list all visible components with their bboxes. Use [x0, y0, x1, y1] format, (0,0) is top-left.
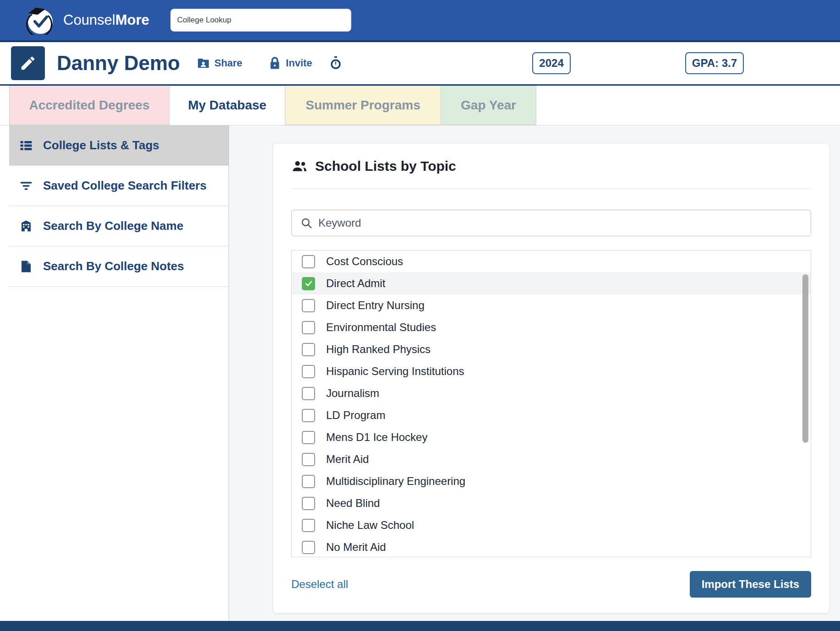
- topic-checkbox[interactable]: [302, 453, 315, 466]
- list-item[interactable]: Need Blind: [292, 492, 811, 514]
- sidebar-item-label: Search By College Notes: [43, 259, 184, 273]
- import-these-lists-button[interactable]: Import These Lists: [690, 571, 811, 598]
- list-item[interactable]: High Ranked Physics: [292, 338, 811, 360]
- sidebar-item-label: Search By College Name: [43, 219, 183, 233]
- tab-accredited-degrees[interactable]: Accredited Degrees: [9, 86, 169, 125]
- topic-checkbox[interactable]: [302, 497, 315, 510]
- topic-checkbox[interactable]: [302, 365, 315, 378]
- list-item[interactable]: No Merit Aid: [292, 536, 811, 557]
- list-item[interactable]: Cost Conscious: [292, 250, 811, 272]
- list-item[interactable]: LD Program: [292, 404, 811, 426]
- topic-checkbox[interactable]: [302, 299, 315, 312]
- keyword-search: [291, 210, 811, 236]
- people-icon: [291, 158, 308, 174]
- brand-name: CounselMore: [63, 12, 149, 28]
- deselect-all-link[interactable]: Deselect all: [291, 578, 348, 591]
- topic-label: Mens D1 Ice Hockey: [326, 431, 427, 444]
- topic-label: Cost Conscious: [326, 255, 403, 268]
- lock-icon: [268, 56, 282, 70]
- list-scrollbar-thumb[interactable]: [802, 274, 808, 443]
- title-divider: [291, 188, 811, 189]
- invite-label: Invite: [286, 57, 312, 69]
- sidebar: College Lists & Tags Saved College Searc…: [0, 125, 229, 621]
- topic-label: Niche Law School: [326, 519, 414, 532]
- search-icon: [300, 217, 312, 229]
- invite-button[interactable]: Invite: [268, 56, 312, 70]
- college-lookup-input[interactable]: [170, 9, 351, 32]
- sidebar-item-label: College Lists & Tags: [43, 138, 159, 152]
- share-label: Share: [214, 57, 242, 69]
- topic-label: Direct Admit: [326, 277, 385, 290]
- topic-label: Need Blind: [326, 497, 380, 510]
- share-button[interactable]: Share: [196, 56, 242, 70]
- list-item[interactable]: Journalism: [292, 382, 811, 404]
- bottom-bar: [0, 621, 840, 631]
- list-item[interactable]: Niche Law School: [292, 514, 811, 536]
- list-item[interactable]: Multidisciplinary Engineering: [292, 470, 811, 492]
- tab-summer-programs[interactable]: Summer Programs: [285, 86, 441, 125]
- share-folder-icon: [196, 56, 210, 70]
- topic-label: LD Program: [326, 409, 385, 422]
- topic-checkbox[interactable]: [302, 255, 315, 268]
- topic-label: Multidisciplinary Engineering: [326, 475, 465, 488]
- topic-checkbox[interactable]: [302, 541, 315, 554]
- check-icon: [305, 279, 313, 288]
- student-header-bar: Danny Demo Share Invite 2024 GPA: 3.7: [0, 42, 840, 86]
- sidebar-item-search-by-college-name[interactable]: Search By College Name: [9, 206, 229, 246]
- filter-icon: [19, 179, 33, 193]
- counselmore-logo-icon[interactable]: [26, 5, 55, 35]
- card-footer: Deselect all Import These Lists: [291, 571, 811, 598]
- top-bar: CounselMore: [0, 0, 840, 42]
- topic-checkbox[interactable]: [302, 431, 315, 444]
- list-icon: [19, 139, 33, 152]
- pencil-icon: [19, 54, 37, 72]
- topic-checkbox[interactable]: [302, 519, 315, 532]
- school-lists-card: School Lists by Topic Cost Consci: [273, 143, 830, 614]
- topic-checkbox[interactable]: [302, 409, 315, 422]
- tabs-bar: Accredited Degrees My Database Summer Pr…: [0, 86, 840, 125]
- content-area: College Lists & Tags Saved College Searc…: [0, 125, 840, 621]
- grad-year-badge[interactable]: 2024: [532, 52, 570, 74]
- tab-gap-year[interactable]: Gap Year: [441, 86, 536, 125]
- list-item[interactable]: Direct Entry Nursing: [292, 294, 811, 316]
- list-item[interactable]: Hispanic Serving Institutions: [292, 360, 811, 382]
- main-panel: School Lists by Topic Cost Consci: [229, 125, 840, 621]
- topic-checkbox[interactable]: [302, 277, 315, 290]
- sidebar-item-search-by-college-notes[interactable]: Search By College Notes: [9, 246, 229, 287]
- tab-my-database[interactable]: My Database: [169, 86, 285, 125]
- topic-checkbox[interactable]: [302, 321, 315, 334]
- app-window: CounselMore Danny Demo Share Invite: [0, 0, 840, 631]
- topic-label: Direct Entry Nursing: [326, 299, 425, 312]
- building-icon: [19, 219, 33, 233]
- sidebar-item-college-lists-tags[interactable]: College Lists & Tags: [9, 125, 229, 166]
- student-name: Danny Demo: [57, 52, 180, 75]
- list-item[interactable]: Environmental Studies: [292, 316, 811, 338]
- topic-checkbox[interactable]: [302, 343, 315, 356]
- sidebar-item-saved-search-filters[interactable]: Saved College Search Filters: [9, 166, 229, 206]
- topic-label: Environmental Studies: [326, 321, 436, 334]
- gpa-badge[interactable]: GPA: 3.7: [685, 52, 744, 74]
- keyword-input[interactable]: [291, 210, 811, 236]
- sidebar-item-label: Saved College Search Filters: [43, 179, 207, 193]
- topic-label: High Ranked Physics: [326, 343, 431, 356]
- topic-label: Hispanic Serving Institutions: [326, 365, 464, 378]
- topic-label: No Merit Aid: [326, 541, 386, 554]
- topic-label: Journalism: [326, 387, 379, 400]
- topic-checkbox[interactable]: [302, 475, 315, 488]
- edit-student-button[interactable]: [11, 46, 45, 80]
- topic-list: Cost Conscious Direct Admit Direct Entry…: [291, 250, 811, 557]
- note-icon: [19, 260, 33, 273]
- list-item[interactable]: Direct Admit: [292, 272, 811, 294]
- stopwatch-icon[interactable]: [330, 56, 342, 70]
- topic-checkbox[interactable]: [302, 387, 315, 400]
- topic-label: Merit Aid: [326, 453, 369, 466]
- card-title-row: School Lists by Topic: [291, 158, 811, 174]
- list-item[interactable]: Merit Aid: [292, 448, 811, 470]
- page-title: School Lists by Topic: [315, 158, 456, 174]
- list-item[interactable]: Mens D1 Ice Hockey: [292, 426, 811, 448]
